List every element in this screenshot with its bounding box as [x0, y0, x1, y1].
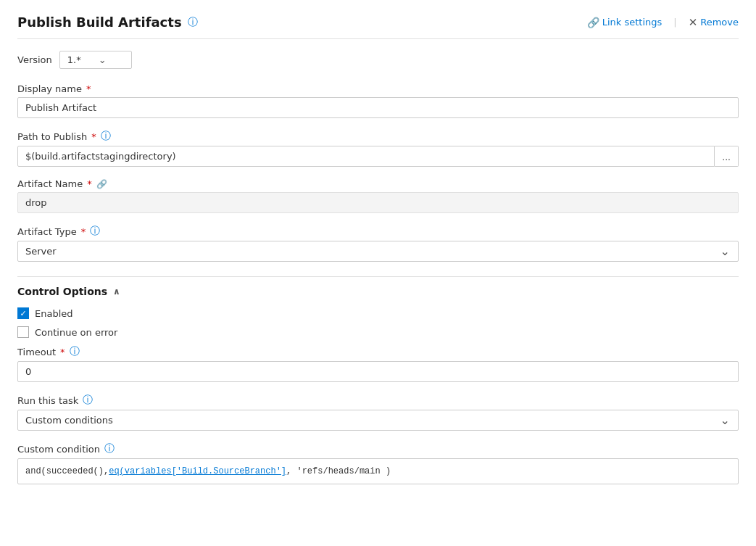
artifact-name-link-icon: 🔗 — [96, 179, 107, 189]
run-this-task-select[interactable]: Custom conditions Only when all previous… — [17, 410, 739, 431]
close-icon: ✕ — [689, 16, 698, 29]
custom-condition-display[interactable]: and(succeeded(), eq(variables['Build.Sou… — [17, 458, 739, 484]
custom-condition-label: Custom condition — [17, 444, 100, 455]
display-name-label: Display name — [17, 83, 82, 94]
path-to-publish-browse-button[interactable]: ... — [715, 146, 739, 167]
enabled-checkbox[interactable] — [17, 307, 29, 319]
artifact-name-group: Artifact Name * 🔗 drop — [17, 178, 739, 213]
control-options-header: Control Options ∧ — [17, 286, 739, 297]
run-this-task-select-wrapper: Custom conditions Only when all previous… — [17, 410, 739, 431]
version-select[interactable]: 1.* ⌄ — [59, 51, 132, 69]
custom-condition-text-after: , 'refs/heads/main ) — [286, 466, 391, 476]
artifact-type-required: * — [81, 226, 86, 237]
custom-condition-link[interactable]: eq(variables['Build.SourceBranch'] — [109, 466, 286, 476]
custom-condition-text-before: and(succeeded(), — [25, 466, 109, 476]
timeout-group: Timeout * ⓘ — [17, 345, 739, 382]
link-settings-label: Link settings — [602, 17, 662, 28]
artifact-name-label: Artifact Name — [17, 178, 83, 189]
run-this-task-label: Run this task — [17, 395, 78, 406]
title-info-icon[interactable]: ⓘ — [188, 16, 198, 29]
control-options-chevron-icon[interactable]: ∧ — [113, 286, 120, 297]
timeout-info-icon[interactable]: ⓘ — [70, 345, 80, 358]
path-to-publish-group: Path to Publish * ⓘ ... — [17, 130, 739, 167]
link-settings-button[interactable]: 🔗 Link settings — [587, 17, 662, 28]
artifact-name-display: drop — [17, 192, 739, 213]
artifact-type-group: Artifact Type * ⓘ Server Azure Pipelines… — [17, 225, 739, 262]
display-name-required: * — [86, 83, 91, 94]
custom-condition-info-icon[interactable]: ⓘ — [104, 442, 115, 455]
timeout-label: Timeout — [17, 347, 56, 357]
remove-button[interactable]: ✕ Remove — [689, 16, 739, 29]
version-chevron-icon: ⌄ — [99, 54, 107, 65]
version-label: Version — [17, 54, 52, 65]
artifact-type-info-icon[interactable]: ⓘ — [90, 225, 100, 238]
version-value: 1.* — [67, 54, 81, 65]
artifact-type-select[interactable]: Server Azure Pipelines/TFS — [17, 241, 739, 262]
page-title: Publish Build Artifacts — [17, 15, 182, 30]
timeout-input[interactable] — [17, 361, 739, 382]
display-name-input[interactable] — [17, 97, 739, 118]
control-options-divider — [17, 276, 739, 277]
remove-label: Remove — [700, 17, 739, 28]
path-to-publish-label: Path to Publish — [17, 131, 87, 142]
display-name-group: Display name * — [17, 83, 739, 118]
artifact-name-required: * — [87, 178, 92, 189]
continue-on-error-checkbox[interactable] — [17, 326, 29, 338]
artifact-type-label: Artifact Type — [17, 226, 77, 237]
path-to-publish-required: * — [91, 131, 96, 142]
enabled-label[interactable]: Enabled — [35, 308, 73, 319]
enabled-row: Enabled — [17, 307, 739, 319]
continue-on-error-row: Continue on error — [17, 326, 739, 338]
path-to-publish-input[interactable] — [17, 146, 715, 167]
continue-on-error-label[interactable]: Continue on error — [35, 327, 117, 338]
link-icon: 🔗 — [587, 17, 599, 28]
run-this-task-info-icon[interactable]: ⓘ — [83, 394, 93, 407]
artifact-type-select-wrapper: Server Azure Pipelines/TFS — [17, 241, 739, 262]
timeout-required: * — [60, 347, 65, 357]
path-to-publish-info-icon[interactable]: ⓘ — [101, 130, 111, 143]
custom-condition-group: Custom condition ⓘ and(succeeded(), eq(v… — [17, 442, 739, 484]
control-options-title: Control Options — [17, 286, 107, 297]
run-this-task-group: Run this task ⓘ Custom conditions Only w… — [17, 394, 739, 431]
